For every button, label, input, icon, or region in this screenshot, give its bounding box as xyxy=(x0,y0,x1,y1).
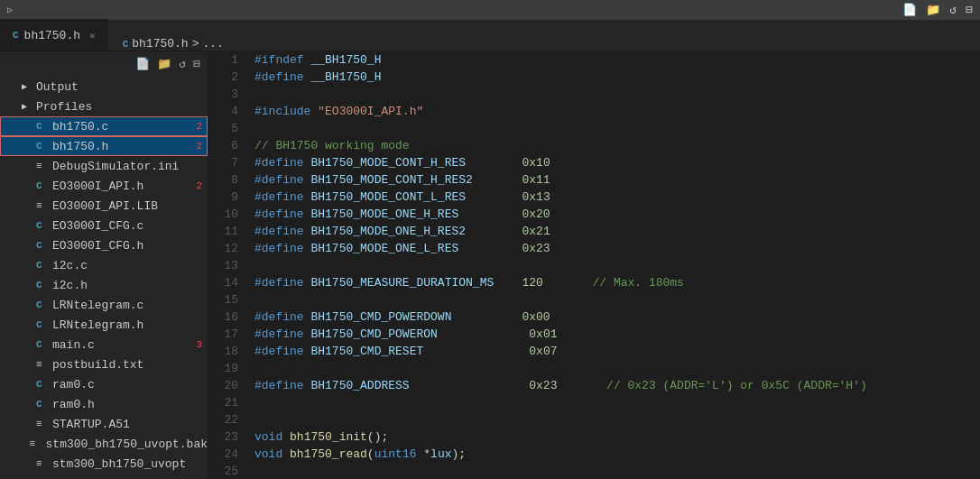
code-line: #define BH1750_MODE_CONT_H_RES2 0x11 xyxy=(254,171,980,189)
file-type-icon: C xyxy=(36,339,52,350)
token xyxy=(423,343,529,360)
tree-item[interactable]: ≡stm300_bh1750_uvopt.bak xyxy=(0,434,208,454)
tree-item[interactable]: ≡stm300_bh1750.uvproj xyxy=(0,474,208,479)
sidebar-header-icons: 📄 📁 ↺ ⊟ xyxy=(135,57,200,71)
new-folder-icon[interactable]: 📁 xyxy=(926,3,940,17)
line-number: 18 xyxy=(208,343,238,360)
c-breadcrumb-icon: C xyxy=(123,39,129,50)
code-content: 1234567891011121314151617181920212223242… xyxy=(208,51,980,479)
line-number: 10 xyxy=(208,206,238,223)
tree-item[interactable]: Cram0.h xyxy=(0,394,208,414)
code-line: #include "EO3000I_API.h" xyxy=(254,103,980,120)
token xyxy=(557,377,606,394)
tree-item[interactable]: Cbh1750.c2 xyxy=(0,116,208,136)
line-number: 23 xyxy=(208,428,238,446)
code-line: #define BH1750_ADDRESS 0x23 // 0x23 (ADD… xyxy=(254,377,980,394)
token: uint16 xyxy=(374,446,417,463)
token: #include xyxy=(254,103,310,120)
tree-item[interactable]: ▶Output xyxy=(0,77,208,97)
chevron-icon: ▶ xyxy=(22,101,36,112)
token: #define xyxy=(254,206,304,223)
code-line xyxy=(254,86,980,103)
tree-item[interactable]: Ci2c.c xyxy=(0,255,208,275)
error-badge: 2 xyxy=(196,121,202,132)
token: #define xyxy=(254,171,304,189)
tree-item[interactable]: Cbh1750.h2 xyxy=(0,136,208,156)
refresh-icon[interactable]: ↺ xyxy=(949,3,957,17)
file-label: EO3000I_API.h xyxy=(52,180,196,193)
token: BH1750_CMD_RESET xyxy=(310,343,423,360)
file-label: EO3000I_CFG.h xyxy=(52,239,208,253)
token: BH1750_MEASURE_DURATION_MS xyxy=(310,274,494,291)
token: BH1750_MODE_CONT_H_RES xyxy=(310,154,466,171)
code-line xyxy=(254,257,980,274)
token xyxy=(304,189,311,206)
tree-item[interactable]: Cram0.c xyxy=(0,374,208,394)
tree-item[interactable]: CEO3000I_API.h2 xyxy=(0,176,208,196)
refresh-sidebar-icon[interactable]: ↺ xyxy=(179,57,186,71)
file-tree: ▶Output▶ProfilesCbh1750.c2Cbh1750.h2≡Deb… xyxy=(0,77,208,479)
file-type-icon: C xyxy=(36,260,52,271)
token xyxy=(466,189,522,206)
tree-item[interactable]: ≡DebugSimulator.ini xyxy=(0,156,208,176)
line-number: 14 xyxy=(208,274,238,291)
tab-bh1750h[interactable]: C bh1750.h ✕ xyxy=(0,19,108,51)
token: 0x00 xyxy=(522,309,550,326)
token: BH1750_MODE_ONE_L_RES xyxy=(310,240,458,257)
tree-item[interactable]: Ci2c.h xyxy=(0,275,208,295)
token: void xyxy=(254,446,282,463)
file-label: EO3000I_CFG.c xyxy=(52,219,208,233)
tree-item[interactable]: Cmain.c3 xyxy=(0,335,208,355)
token: (); xyxy=(367,428,388,446)
file-label: main.c xyxy=(52,338,196,352)
sidebar-header: 📄 📁 ↺ ⊟ xyxy=(0,51,208,77)
code-line: #define BH1750_MODE_ONE_H_RES2 0x21 xyxy=(254,223,980,240)
tree-item[interactable]: CLRNtelegram.c xyxy=(0,295,208,315)
code-line: void bh1750_init(); xyxy=(254,428,980,446)
file-type-icon: ≡ xyxy=(36,359,52,370)
tree-item[interactable]: CEO3000I_CFG.c xyxy=(0,216,208,235)
tree-item[interactable]: ≡postbuild.txt xyxy=(0,355,208,374)
token xyxy=(466,154,522,171)
new-folder-sidebar-icon[interactable]: 📁 xyxy=(157,57,171,71)
tree-item[interactable]: CLRNtelegram.h xyxy=(0,315,208,335)
token: 0x23 xyxy=(529,377,557,394)
code-lines: #ifndef __BH1750_H#define __BH1750_H #in… xyxy=(247,51,980,479)
line-number: 22 xyxy=(208,411,238,428)
collapse-sidebar-icon[interactable]: ⊟ xyxy=(193,57,200,71)
new-file-icon[interactable]: 📄 xyxy=(902,3,917,17)
tree-item[interactable]: CEO3000I_CFG.h xyxy=(0,235,208,255)
tree-item[interactable]: ≡stm300_bh1750_uvopt xyxy=(0,454,208,474)
line-number: 5 xyxy=(208,120,238,137)
line-number: 20 xyxy=(208,377,238,394)
tree-item[interactable]: ▶Profiles xyxy=(0,97,208,116)
line-number: 11 xyxy=(208,223,238,240)
tree-item[interactable]: ≡EO3000I_API.LIB xyxy=(0,196,208,216)
c-file-icon: C xyxy=(13,30,19,41)
token: BH1750_MODE_CONT_H_RES2 xyxy=(310,171,472,189)
token: __BH1750_H xyxy=(310,51,381,69)
token: BH1750_CMD_POWERON xyxy=(310,326,437,343)
tree-item[interactable]: ≡STARTUP.A51 xyxy=(0,414,208,434)
file-type-icon: ≡ xyxy=(36,161,52,171)
token xyxy=(304,326,311,343)
token: 120 xyxy=(522,274,542,291)
code-editor[interactable]: 1234567891011121314151617181920212223242… xyxy=(208,51,980,479)
file-label: stm300_bh1750_uvopt xyxy=(52,457,208,471)
token: BH1750_MODE_ONE_H_RES xyxy=(310,206,458,223)
file-label: EO3000I_API.LIB xyxy=(52,199,208,213)
code-line xyxy=(254,360,980,377)
token: #define xyxy=(254,189,304,206)
token: 0x11 xyxy=(522,171,550,189)
token xyxy=(304,309,311,326)
line-number: 19 xyxy=(208,360,238,377)
token: #define xyxy=(254,223,304,240)
file-type-icon: C xyxy=(36,319,52,330)
token xyxy=(282,428,290,446)
new-file-sidebar-icon[interactable]: 📄 xyxy=(135,57,150,71)
close-tab-icon[interactable]: ✕ xyxy=(89,30,96,41)
line-number: 2 xyxy=(208,69,238,86)
token: 0x23 xyxy=(522,240,550,257)
token xyxy=(543,274,593,291)
collapse-icon[interactable]: ⊟ xyxy=(966,3,973,17)
